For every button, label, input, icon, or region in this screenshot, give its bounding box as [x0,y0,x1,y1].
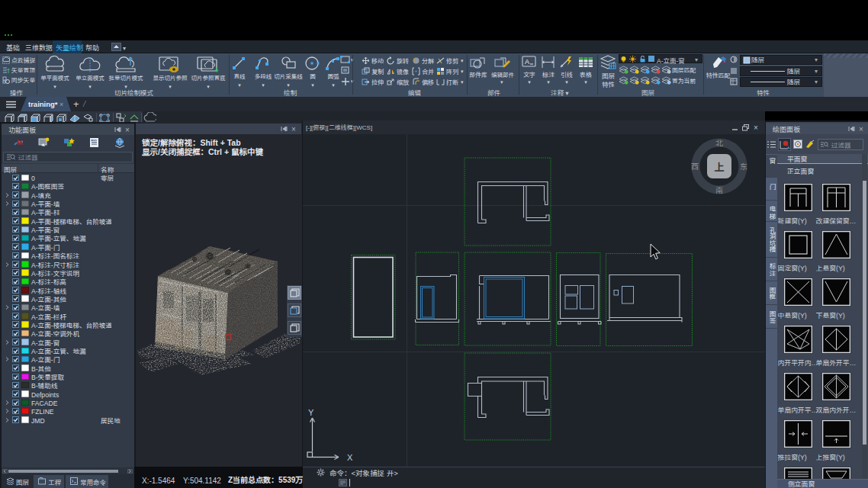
svg-text:南: 南 [715,184,723,195]
svg-text:北: 北 [715,136,723,148]
svg-text:东: 东 [740,160,747,172]
svg-text:上: 上 [714,159,724,174]
svg-text:M: M [17,139,23,146]
svg-text:A: A [525,58,529,66]
svg-text:X: X [347,451,353,463]
svg-text:Y: Y [308,406,314,418]
svg-text:西: 西 [691,160,699,172]
